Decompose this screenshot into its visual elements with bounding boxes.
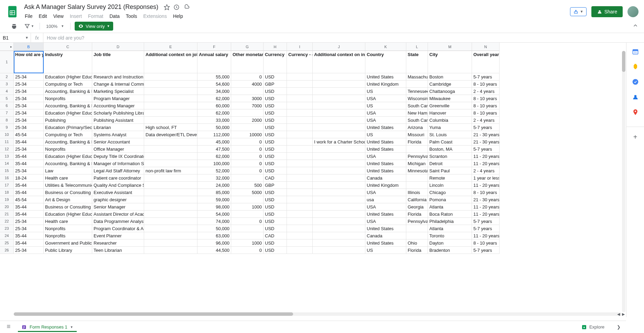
cell[interactable]: Chicago <box>428 189 472 196</box>
cell[interactable] <box>287 247 313 254</box>
header-cell[interactable]: City <box>428 51 472 73</box>
cell[interactable]: Health care <box>44 218 92 225</box>
cloud-icon[interactable] <box>183 4 190 10</box>
header-cell[interactable]: Annual salary <box>197 51 231 73</box>
calendar-icon[interactable]: 31 <box>632 48 639 55</box>
cell[interactable] <box>313 73 365 80</box>
cell[interactable]: Education (Higher Education) <box>44 109 92 117</box>
header-cell[interactable]: State <box>406 51 428 73</box>
row-header[interactable]: 16 <box>0 174 14 182</box>
cell[interactable]: Health care <box>44 174 92 182</box>
cell[interactable]: 8 - 10 years <box>472 80 500 88</box>
header-cell[interactable]: How old are you? <box>14 51 44 73</box>
column-header[interactable]: B <box>14 43 44 51</box>
cell[interactable]: USA <box>365 153 406 160</box>
column-header[interactable]: C <box>44 43 92 51</box>
cell[interactable]: Executive Assistant <box>92 189 144 196</box>
cell[interactable]: California <box>406 196 428 203</box>
cell[interactable]: USD <box>264 88 287 95</box>
cell[interactable] <box>313 80 365 88</box>
cell[interactable]: 63,000 <box>197 232 231 239</box>
cell[interactable]: 60,000 <box>197 102 231 109</box>
cell[interactable]: Nonprofits <box>44 146 92 153</box>
cell[interactable]: 0 <box>231 167 264 174</box>
cell[interactable]: Event Planner <box>92 232 144 239</box>
cell[interactable] <box>231 196 264 203</box>
cell[interactable]: 3000 <box>231 95 264 102</box>
contacts-icon[interactable] <box>632 94 639 100</box>
cell[interactable]: South Carolina <box>406 117 428 124</box>
cell[interactable]: Business or Consulting <box>44 203 92 211</box>
cell[interactable]: Yuma <box>428 124 472 131</box>
cell[interactable]: 25-34 <box>14 80 44 88</box>
cell[interactable]: 10000 <box>231 131 264 138</box>
row-header[interactable]: 26 <box>0 247 14 254</box>
cell[interactable]: 25-34 <box>14 73 44 80</box>
cell[interactable] <box>287 109 313 117</box>
cell[interactable]: 11 - 20 years <box>472 232 500 239</box>
column-header[interactable]: K <box>365 43 406 51</box>
cell[interactable]: Computing or Tech <box>44 131 92 138</box>
cell[interactable]: Pennsylvania <box>406 153 428 160</box>
cell[interactable]: 62,000 <box>197 109 231 117</box>
cell[interactable]: 35-44 <box>14 232 44 239</box>
row-header[interactable]: 17 <box>0 182 14 189</box>
cell[interactable]: United States <box>365 167 406 174</box>
cell[interactable] <box>287 95 313 102</box>
cell[interactable]: USD <box>264 167 287 174</box>
cell[interactable]: USD <box>264 189 287 196</box>
cell[interactable] <box>287 138 313 146</box>
cell[interactable]: Georgia <box>406 203 428 211</box>
header-cell[interactable]: Additional context on income <box>313 51 365 73</box>
menu-data[interactable]: Data <box>107 12 122 20</box>
cell[interactable]: USD <box>264 95 287 102</box>
cell[interactable]: Systems Analyst <box>92 131 144 138</box>
cell[interactable] <box>144 225 197 232</box>
cell[interactable]: USD <box>264 239 287 247</box>
menu-file[interactable]: File <box>22 12 35 20</box>
cell[interactable] <box>313 109 365 117</box>
cell[interactable] <box>287 73 313 80</box>
cell[interactable]: Law <box>44 167 92 174</box>
select-all-corner[interactable] <box>0 43 14 51</box>
cell[interactable] <box>144 109 197 117</box>
cell[interactable]: I work for a Charter School <box>313 138 365 146</box>
cell[interactable] <box>287 225 313 232</box>
cell[interactable]: Pennsylvania <box>406 218 428 225</box>
cell[interactable]: Boston, MA <box>428 146 472 153</box>
cell[interactable]: 25-34 <box>14 102 44 109</box>
cell[interactable]: GBP <box>264 80 287 88</box>
row-header[interactable]: 9 <box>0 124 14 131</box>
cell[interactable]: USD <box>264 247 287 254</box>
column-header[interactable]: N <box>472 43 500 51</box>
cell[interactable]: 8 - 10 years <box>472 109 500 117</box>
cell[interactable]: 35-44 <box>14 239 44 247</box>
cell[interactable] <box>144 117 197 124</box>
cell[interactable] <box>287 211 313 218</box>
cell[interactable]: 96,000 <box>197 239 231 247</box>
cell[interactable] <box>144 189 197 196</box>
cell[interactable] <box>313 239 365 247</box>
cell[interactable] <box>313 174 365 182</box>
cell[interactable] <box>144 138 197 146</box>
cell[interactable]: USD <box>264 109 287 117</box>
cell[interactable]: Boca Raton <box>428 211 472 218</box>
horizontal-scrollbar[interactable] <box>14 312 621 316</box>
name-box[interactable]: B1▼ <box>0 33 31 42</box>
header-cell[interactable]: Country <box>365 51 406 73</box>
cell[interactable]: usa <box>365 196 406 203</box>
cell[interactable]: 25-34 <box>14 95 44 102</box>
menu-view[interactable]: View <box>51 12 66 20</box>
cell[interactable] <box>287 189 313 196</box>
cell[interactable]: Scranton <box>428 153 472 160</box>
cell[interactable]: Marketing Specialist <box>92 88 144 95</box>
cell[interactable]: 0 <box>231 153 264 160</box>
cell[interactable]: High school, FT <box>144 124 197 131</box>
cell[interactable] <box>313 146 365 153</box>
cell[interactable]: 50,000 <box>197 124 231 131</box>
cell[interactable]: Minnesota <box>406 167 428 174</box>
header-cell[interactable]: Industry <box>44 51 92 73</box>
cell[interactable] <box>144 211 197 218</box>
cell[interactable]: 2000 <box>231 117 264 124</box>
cell[interactable]: 25-34 <box>14 88 44 95</box>
